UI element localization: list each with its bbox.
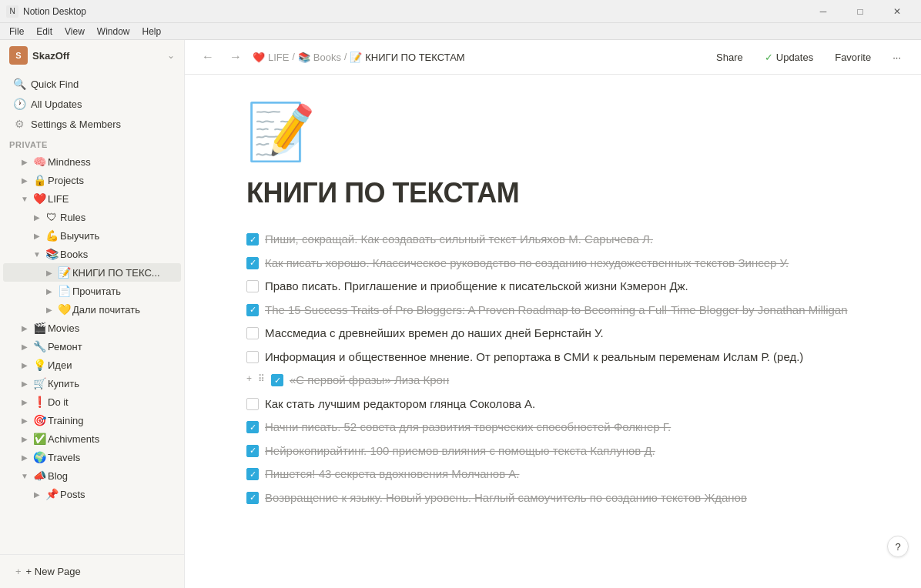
- list-item: ✓Пишется! 43 секрета вдохновения Молчано…: [246, 463, 859, 486]
- share-button[interactable]: Share: [708, 48, 751, 66]
- sidebar-scroll[interactable]: PRIVATE ▶ 🧠 Mindness ▶ 🔒 Projects ▼ ❤️ L…: [0, 137, 184, 554]
- sidebar-item-prochitat[interactable]: ▶ 📄 Прочитать: [3, 282, 181, 300]
- check-mark: ✓: [250, 233, 256, 246]
- checkbox[interactable]: [246, 351, 259, 363]
- sidebar-item-life[interactable]: ▼ ❤️ LIFE: [3, 189, 181, 208]
- tree-item-label: Posts: [60, 489, 175, 500]
- breadcrumb-books[interactable]: 📚 Books: [298, 52, 341, 63]
- minimize-button[interactable]: ─: [805, 0, 841, 23]
- sidebar-item-idei[interactable]: ▶ 💡 Идеи: [3, 356, 181, 374]
- menu-view[interactable]: View: [59, 25, 91, 38]
- checklist-item-text: Начни писать. 52 совета для развития тво…: [265, 419, 859, 436]
- checkbox[interactable]: [246, 280, 259, 292]
- checkbox[interactable]: ✓: [246, 257, 259, 269]
- sidebar-item-training[interactable]: ▶ 🎯 Training: [3, 411, 181, 429]
- sidebar-item-dali-pochitat[interactable]: ▶ 💛 Дали почитать: [3, 300, 181, 319]
- sidebar-item-projects[interactable]: ▶ 🔒 Projects: [3, 171, 181, 189]
- checkbox[interactable]: ✓: [246, 233, 259, 246]
- close-button[interactable]: ✕: [879, 0, 915, 23]
- tree-item-label: Ремонт: [48, 341, 175, 352]
- chevron-right-icon: ▶: [31, 229, 43, 242]
- shield-icon: 🛡: [45, 210, 59, 224]
- sidebar-item-kupit[interactable]: ▶ 🛒 Купить: [3, 374, 181, 393]
- checklist-item-text: «С первой фразы» Лиза Крон: [290, 372, 859, 389]
- sidebar-user-header[interactable]: S SkazOff ⌄: [0, 40, 184, 71]
- checkbox[interactable]: [246, 398, 259, 410]
- drag-icon[interactable]: ⠿: [258, 372, 265, 386]
- add-icon[interactable]: +: [246, 372, 252, 386]
- menu-edit[interactable]: Edit: [30, 25, 59, 38]
- checkbox[interactable]: ✓: [246, 304, 259, 316]
- sidebar-item-achivments[interactable]: ▶ ✅ Achivments: [3, 429, 181, 448]
- tree-item-label: Прочитать: [72, 286, 175, 297]
- menu-window[interactable]: Window: [91, 25, 136, 38]
- top-bar-actions: Share ✓ Updates Favorite ···: [708, 48, 909, 66]
- tree-item-label: Выучить: [60, 230, 175, 242]
- sidebar-item-posts[interactable]: ▶ 📌 Posts: [3, 485, 181, 503]
- maximize-button[interactable]: □: [842, 0, 878, 23]
- chevron-right-icon: ▶: [18, 174, 31, 186]
- list-item: ✓The 15 Success Traits of Pro Bloggers: …: [246, 299, 859, 322]
- sidebar-item-all-updates[interactable]: 🕐 All Updates: [3, 94, 181, 114]
- sidebar-item-blog[interactable]: ▼ 📣 Blog: [3, 466, 181, 485]
- breadcrumb-label: КНИГИ ПО ТЕКСТАМ: [365, 52, 464, 63]
- top-bar: ← → ❤️ LIFE / 📚 Books / 📝 КНИГИ ПО ТЕКСТ…: [185, 40, 921, 75]
- updates-button[interactable]: ✓ Updates: [757, 48, 821, 66]
- sidebar-item-settings[interactable]: ⚙ Settings & Members: [3, 114, 181, 134]
- back-button[interactable]: ←: [197, 46, 219, 68]
- sidebar-item-remont[interactable]: ▶ 🔧 Ремонт: [3, 337, 181, 356]
- checkbox[interactable]: ✓: [271, 374, 283, 386]
- more-button[interactable]: ···: [885, 48, 909, 66]
- checkbox[interactable]: ✓: [246, 492, 259, 504]
- menu-bar: File Edit View Window Help: [0, 23, 921, 40]
- check-mark: ✓: [250, 491, 256, 504]
- clock-icon: 🕐: [12, 97, 26, 111]
- chevron-right-icon: ▶: [18, 433, 31, 445]
- list-item: ✓Пиши, сокращай. Как создавать сильный т…: [246, 228, 859, 252]
- sidebar-item-do-it[interactable]: ▶ ❗ Do it: [3, 393, 181, 411]
- sidebar-item-knigi-po[interactable]: ▶ 📝 КНИГИ ПО ТЕКС...: [3, 263, 181, 282]
- checkbox[interactable]: ✓: [246, 421, 259, 433]
- checklist-item-text: Массмедиа с древнейших времен до наших д…: [265, 325, 859, 342]
- checklist-item-text: Информация и общественное мнение. От реп…: [265, 349, 859, 366]
- sidebar-item-mindness[interactable]: ▶ 🧠 Mindness: [3, 152, 181, 171]
- tree-item-label: Blog: [48, 470, 175, 482]
- sidebar-item-movies[interactable]: ▶ 🎬 Movies: [3, 319, 181, 337]
- sidebar-item-travels[interactable]: ▶ 🌍 Travels: [3, 448, 181, 466]
- new-page-button[interactable]: + + New Page: [9, 561, 175, 582]
- list-item: Право писать. Приглашение и приобщение к…: [246, 275, 859, 299]
- sidebar-bottom: + + New Page: [0, 554, 184, 588]
- checklist: ✓Пиши, сокращай. Как создавать сильный т…: [246, 228, 859, 509]
- sidebar-item-rules[interactable]: ▶ 🛡 Rules: [3, 208, 181, 226]
- favorite-button[interactable]: Favorite: [827, 48, 879, 66]
- checkbox[interactable]: ✓: [246, 445, 259, 457]
- checkbox[interactable]: [246, 327, 259, 339]
- chevron-right-icon: ▶: [18, 340, 31, 352]
- page-emoji-icon: 📝: [246, 99, 859, 165]
- tree-item-label: Дали почитать: [72, 304, 175, 316]
- tree-item-label: Купить: [48, 378, 175, 389]
- checkbox[interactable]: ✓: [246, 468, 259, 480]
- checklist-item-text: Как стать лучшим редактором глянца Сокол…: [265, 396, 859, 413]
- check-mark: ✓: [250, 444, 256, 457]
- forward-button[interactable]: →: [225, 46, 246, 68]
- help-button[interactable]: ?: [887, 536, 909, 557]
- notepad-icon: 📝: [57, 266, 71, 279]
- list-item: ✓Возвращение к языку. Новый уровень. Наг…: [246, 486, 859, 510]
- check-mark: ✓: [250, 256, 256, 269]
- globe-icon: 🌍: [32, 450, 46, 464]
- sidebar-item-books[interactable]: ▼ 📚 Books: [3, 245, 181, 263]
- sidebar-item-quick-find[interactable]: 🔍 Quick Find: [3, 74, 181, 94]
- chevron-right-icon: ▶: [43, 266, 55, 279]
- chevron-right-icon: ▶: [31, 211, 43, 223]
- menu-help[interactable]: Help: [136, 25, 168, 38]
- breadcrumb-life[interactable]: ❤️ LIFE: [253, 52, 289, 63]
- list-item: Массмедиа с древнейших времен до наших д…: [246, 322, 859, 346]
- tree-item-label: Do it: [48, 396, 175, 408]
- check-mark: ✓: [250, 421, 256, 434]
- sidebar-item-vychit[interactable]: ▶ 💪 Выучить: [3, 226, 181, 245]
- tree-item-label: Achivments: [48, 433, 175, 445]
- menu-file[interactable]: File: [3, 25, 30, 38]
- tree-item-label: Идеи: [48, 359, 175, 371]
- sidebar-item-label: All Updates: [31, 99, 82, 110]
